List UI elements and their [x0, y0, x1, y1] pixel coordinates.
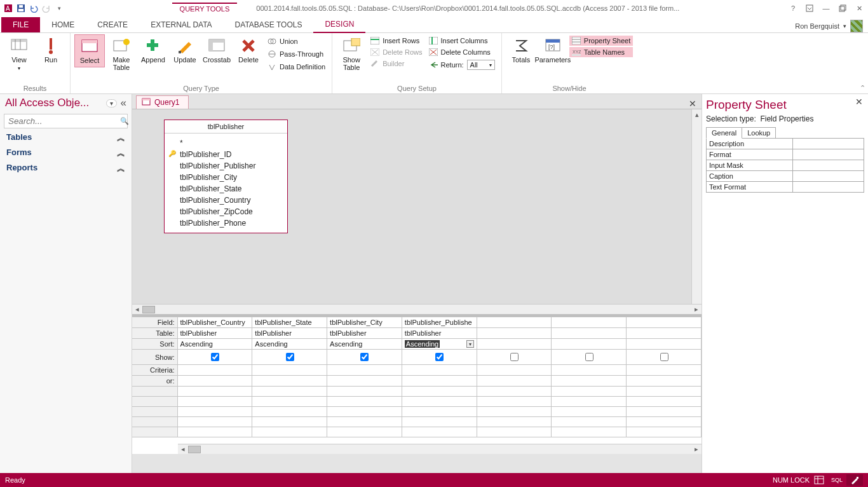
tab-external-data[interactable]: EXTERNAL DATA — [139, 17, 223, 32]
crosstab-button[interactable]: Crosstab — [201, 34, 232, 66]
parameters-button[interactable]: [?] Parameters — [538, 34, 568, 66]
property-grid[interactable]: Description Format Input Mask Caption Te… — [706, 138, 864, 193]
builder-button[interactable]: Builder — [368, 58, 424, 69]
ribbon-collapse-icon[interactable]: ⌃ — [860, 84, 865, 92]
grid-cell[interactable] — [552, 317, 627, 328]
close-icon[interactable]: ✕ — [855, 97, 863, 107]
grid-cell[interactable]: tblPublisher — [177, 328, 252, 339]
grid-cell[interactable] — [627, 339, 702, 350]
grid-cell-active[interactable]: Ascending▾ — [402, 339, 477, 350]
delete-button[interactable]: Delete — [233, 34, 264, 66]
grid-cell[interactable] — [552, 328, 627, 339]
show-checkbox[interactable] — [585, 353, 593, 361]
save-icon[interactable] — [15, 3, 27, 14]
design-view-icon[interactable] — [846, 474, 863, 486]
field-item[interactable]: tblPublisher_ZipCode — [168, 206, 283, 217]
insert-rows-button[interactable]: Insert Rows — [368, 36, 424, 46]
table-names-button[interactable]: XYZTable Names — [569, 47, 633, 57]
show-checkbox[interactable] — [360, 353, 369, 361]
prop-value[interactable] — [793, 149, 864, 160]
show-checkbox[interactable] — [435, 353, 444, 361]
show-checkbox[interactable] — [211, 353, 219, 361]
grid-cell[interactable] — [477, 339, 552, 350]
redo-icon[interactable] — [41, 3, 52, 14]
grid-cell[interactable]: Ascending — [252, 339, 327, 350]
grid-cell[interactable]: tblPublisher_State — [252, 317, 327, 328]
field-item[interactable]: tblPublisher_Publisher — [168, 160, 283, 172]
grid-cell[interactable]: Ascending — [177, 339, 252, 350]
doc-tab-query1[interactable]: Query1 — [136, 95, 189, 109]
restore-icon[interactable] — [836, 2, 849, 15]
shutter-close-icon[interactable]: « — [117, 97, 126, 109]
nav-group-forms[interactable]: Forms︽ — [0, 146, 132, 161]
grid-cell[interactable]: tblPublisher_Country — [177, 317, 252, 328]
show-table-button[interactable]: Show Table — [336, 34, 367, 74]
pass-through-button[interactable]: Pass-Through — [265, 48, 328, 60]
undo-icon[interactable] — [28, 3, 39, 14]
delete-columns-button[interactable]: Delete Columns — [426, 47, 498, 57]
field-item[interactable]: tblPublisher_City — [168, 172, 283, 183]
append-button[interactable]: Append — [138, 34, 168, 66]
sql-view-icon[interactable]: SQL — [829, 474, 845, 486]
field-item[interactable]: tblPublisher_State — [168, 183, 283, 195]
minimize-icon[interactable]: — — [820, 2, 832, 15]
tab-design[interactable]: DESIGN — [313, 17, 365, 33]
grid-cell[interactable] — [402, 350, 477, 365]
nav-search[interactable]: 🔍 — [4, 114, 128, 128]
show-checkbox[interactable] — [660, 353, 668, 361]
grid-h-scrollbar[interactable]: ◂▸ — [178, 444, 702, 454]
view-button[interactable]: View▾ — [4, 34, 34, 75]
show-checkbox[interactable] — [510, 353, 519, 361]
grid-cell[interactable] — [477, 350, 552, 365]
update-button[interactable]: Update — [170, 34, 200, 66]
totals-button[interactable]: Totals — [506, 34, 536, 66]
insert-columns-button[interactable]: Insert Columns — [426, 36, 498, 46]
h-scrollbar[interactable]: ◂▸ — [132, 304, 702, 314]
run-button[interactable]: Run — [36, 34, 66, 66]
grid-cell[interactable]: tblPublisher — [327, 328, 402, 339]
close-doc-icon[interactable]: ✕ — [684, 99, 702, 109]
prop-value[interactable] — [793, 182, 864, 193]
nav-group-reports[interactable]: Reports︽ — [0, 161, 132, 176]
nav-group-tables[interactable]: Tables︽ — [0, 130, 132, 146]
grid-cell[interactable] — [252, 350, 327, 365]
dropdown-icon[interactable]: ▾ — [466, 340, 474, 348]
chevron-down-icon[interactable]: ▾ — [106, 99, 117, 107]
grid-cell[interactable] — [177, 350, 252, 365]
grid-cell[interactable]: Ascending — [327, 339, 402, 350]
search-icon[interactable]: 🔍 — [120, 114, 129, 128]
tab-general[interactable]: General — [706, 127, 742, 139]
grid-cell[interactable] — [477, 317, 552, 328]
tab-lookup[interactable]: Lookup — [742, 127, 776, 139]
prop-value[interactable] — [793, 160, 864, 171]
close-icon[interactable]: ✕ — [853, 2, 865, 15]
field-item[interactable]: tblPublisher_Country — [168, 195, 283, 206]
grid-cell[interactable]: tblPublisher — [252, 328, 327, 339]
tab-create[interactable]: CREATE — [86, 17, 139, 32]
data-definition-button[interactable]: Data Definition — [265, 61, 328, 72]
qat-customize-icon[interactable]: ▾ — [53, 3, 65, 14]
return-rows-selector[interactable]: Return: All▾ — [426, 58, 498, 71]
prop-value[interactable] — [793, 139, 864, 149]
ribbon-minimize-icon[interactable] — [803, 2, 816, 15]
tab-file[interactable]: FILE — [1, 17, 40, 32]
property-sheet-button[interactable]: Property Sheet — [569, 36, 633, 46]
search-input[interactable] — [4, 114, 120, 128]
grid-cell[interactable] — [477, 328, 552, 339]
field-item[interactable]: tblPublisher_Phone — [168, 217, 283, 229]
grid-cell[interactable] — [627, 328, 702, 339]
grid-cell[interactable] — [627, 317, 702, 328]
nav-pane-header[interactable]: All Access Obje... ▾ « — [0, 94, 132, 112]
v-scrollbar[interactable]: ▴ — [691, 109, 702, 304]
field-item[interactable]: * — [168, 137, 283, 149]
grid-cell[interactable]: tblPublisher_Publishe — [402, 317, 477, 328]
datasheet-view-icon[interactable] — [811, 474, 827, 486]
grid-cell[interactable]: tblPublisher_City — [327, 317, 402, 328]
select-query-button[interactable]: Select — [74, 34, 105, 67]
field-item-pk[interactable]: tblPublisher_ID — [168, 149, 283, 160]
delete-rows-button[interactable]: Delete Rows — [368, 47, 424, 57]
show-checkbox[interactable] — [286, 353, 294, 361]
user-account[interactable]: Ron Bergquist ▾ — [795, 20, 868, 32]
grid-cell[interactable] — [327, 350, 402, 365]
tab-database-tools[interactable]: DATABASE TOOLS — [224, 17, 314, 32]
